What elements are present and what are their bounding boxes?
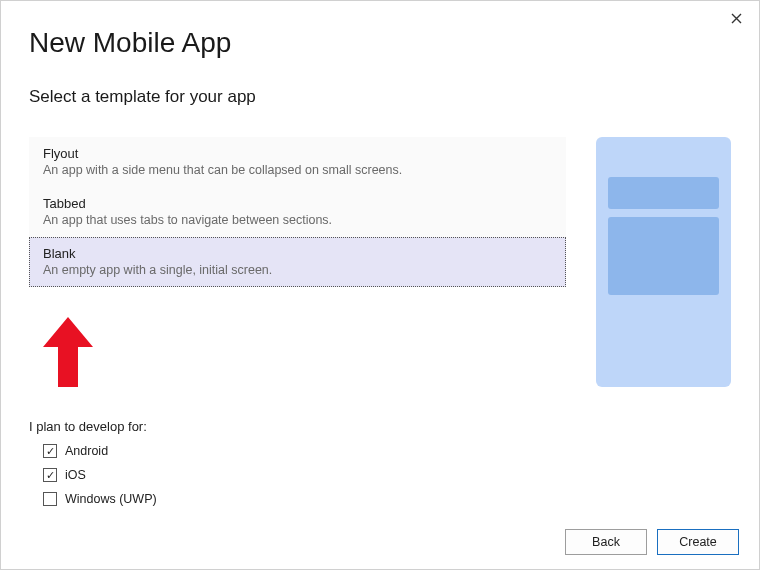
template-name: Flyout <box>43 146 552 161</box>
preview-content-block <box>608 217 719 295</box>
template-desc: An app with a side menu that can be coll… <box>43 163 552 177</box>
checkbox-ios[interactable]: iOS <box>43 464 731 486</box>
checkbox-windows-uwp[interactable]: Windows (UWP) <box>43 488 731 510</box>
checkbox-android[interactable]: Android <box>43 440 731 462</box>
checkbox-label: Windows (UWP) <box>65 492 157 506</box>
checkbox-icon <box>43 492 57 506</box>
close-icon <box>731 13 742 24</box>
template-name: Blank <box>43 246 552 261</box>
dialog-subtitle: Select a template for your app <box>29 87 731 107</box>
checkbox-label: Android <box>65 444 108 458</box>
template-desc: An app that uses tabs to navigate betwee… <box>43 213 552 227</box>
template-list: Flyout An app with a side menu that can … <box>29 137 566 287</box>
dialog-title: New Mobile App <box>29 27 731 59</box>
create-button[interactable]: Create <box>657 529 739 555</box>
checkbox-icon <box>43 444 57 458</box>
dialog-content: New Mobile App Select a template for you… <box>1 1 759 532</box>
back-button[interactable]: Back <box>565 529 647 555</box>
template-preview <box>596 137 731 387</box>
develop-section: I plan to develop for: Android iOS Windo… <box>29 419 731 510</box>
template-name: Tabbed <box>43 196 552 211</box>
template-item-blank[interactable]: Blank An empty app with a single, initia… <box>29 237 566 287</box>
develop-label: I plan to develop for: <box>29 419 731 434</box>
close-button[interactable] <box>727 9 745 27</box>
template-desc: An empty app with a single, initial scre… <box>43 263 552 277</box>
checkbox-label: iOS <box>65 468 86 482</box>
preview-header-bar <box>608 177 719 209</box>
template-item-tabbed[interactable]: Tabbed An app that uses tabs to navigate… <box>29 187 566 237</box>
checkbox-icon <box>43 468 57 482</box>
dialog-footer: Back Create <box>565 529 739 555</box>
main-row: Flyout An app with a side menu that can … <box>29 137 731 387</box>
template-item-flyout[interactable]: Flyout An app with a side menu that can … <box>29 137 566 187</box>
